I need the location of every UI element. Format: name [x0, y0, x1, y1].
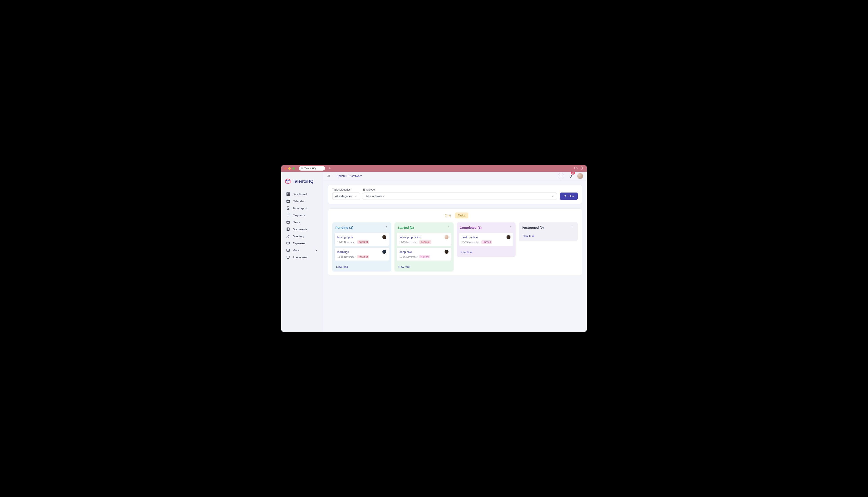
new-task-button[interactable]: New task — [332, 262, 391, 272]
svg-rect-4 — [287, 195, 288, 196]
task-card[interactable]: deep dive 10-16 November Planned — [397, 247, 451, 261]
brand-logo[interactable]: TalentoHQ — [284, 178, 320, 184]
main-content: Update HR software 19 Task — [323, 172, 587, 332]
news-icon — [286, 220, 290, 224]
sidebar-item-documents[interactable]: Documents — [284, 226, 320, 233]
svg-point-31 — [573, 228, 573, 228]
svg-point-18 — [561, 177, 561, 177]
assignee-avatar[interactable] — [382, 235, 386, 239]
task-card[interactable]: learnings 11-15 November Incidental — [334, 247, 389, 261]
card-icon — [286, 241, 290, 245]
task-card[interactable]: value proposition 11-15 November Inciden… — [397, 233, 451, 246]
task-tag: Planned — [481, 240, 492, 244]
user-avatar[interactable] — [577, 173, 583, 179]
new-task-button[interactable]: New task — [395, 262, 454, 272]
svg-point-27 — [510, 227, 511, 227]
sidebar-item-admin[interactable]: Admin area — [284, 254, 320, 261]
employee-label: Employee — [363, 188, 557, 191]
sidebar-item-time-report[interactable]: Time report — [284, 204, 320, 212]
new-task-button[interactable]: New task — [519, 232, 578, 241]
task-tag: Incidental — [419, 240, 431, 244]
task-card[interactable]: buying cycle 11-17 November Incidental — [334, 233, 389, 246]
sidebar-item-directory[interactable]: Directory — [284, 233, 320, 240]
breadcrumb-current: Update HR software — [336, 174, 362, 178]
board-columns: Pending (2) buying cycle — [332, 222, 578, 272]
notifications-button[interactable]: 19 — [567, 173, 574, 179]
task-dates: 10-16 November — [400, 256, 417, 258]
assignee-avatar[interactable] — [444, 235, 449, 239]
task-title: value proposition — [400, 236, 421, 239]
sidebar-item-expenses[interactable]: Expenses — [284, 240, 320, 247]
task-dates: 11-17 November — [337, 241, 355, 243]
cloud-icon[interactable] — [574, 166, 578, 171]
notifications-badge: 19 — [571, 172, 575, 174]
sidebar-item-label: Expenses — [293, 242, 305, 245]
trash-icon[interactable] — [580, 166, 584, 171]
sidebar-item-label: Dashboard — [293, 193, 307, 196]
column-completed: Completed (1) best practice — [457, 222, 516, 257]
sidebar-item-dashboard[interactable]: Dashboard — [284, 190, 320, 198]
topbar: Update HR software 19 — [323, 172, 587, 181]
dots-vertical-icon — [559, 174, 563, 178]
sidebar-item-calendar[interactable]: Calendar — [284, 198, 320, 204]
more-menu-button[interactable] — [558, 173, 564, 179]
search-icon — [563, 195, 566, 198]
task-card[interactable]: best practice 10-15 November Planned — [459, 233, 513, 246]
close-window-button[interactable] — [284, 167, 287, 170]
svg-rect-6 — [287, 200, 290, 203]
new-tab-button[interactable]: + — [327, 166, 332, 170]
shield-icon — [286, 255, 290, 259]
sidebar-item-label: Calendar — [293, 200, 304, 203]
minimize-window-button[interactable] — [288, 167, 291, 170]
filter-button[interactable]: Filter — [560, 193, 578, 200]
sidebar-item-requests[interactable]: Requests — [284, 212, 320, 219]
employee-select[interactable]: All employees — [363, 193, 557, 200]
svg-point-20 — [386, 226, 387, 227]
column-title: Postponed (0) — [522, 226, 544, 229]
svg-point-21 — [386, 227, 387, 227]
sidebar-item-label: News — [293, 221, 300, 224]
task-tag: Planned — [419, 255, 430, 258]
category-select[interactable]: All categories — [332, 193, 360, 200]
task-title: learnings — [337, 250, 349, 254]
svg-point-23 — [448, 226, 449, 227]
svg-rect-2 — [287, 193, 288, 194]
chevron-right-icon — [332, 174, 335, 178]
dots-vertical-icon — [385, 225, 388, 229]
assignee-avatar[interactable] — [507, 235, 510, 239]
chevron-down-icon — [355, 195, 357, 198]
documents-icon — [286, 227, 290, 231]
column-menu-button[interactable] — [571, 225, 575, 230]
sidebar-item-news[interactable]: News — [284, 219, 320, 226]
window-controls — [284, 167, 295, 170]
browser-tab[interactable]: TalentoHQ — [299, 166, 325, 171]
apps-icon[interactable] — [327, 174, 330, 178]
svg-rect-13 — [329, 175, 329, 175]
globe-icon — [301, 167, 303, 169]
svg-point-22 — [386, 228, 387, 228]
dots-vertical-icon — [571, 225, 575, 229]
assignee-avatar[interactable] — [382, 250, 386, 254]
maximize-window-button[interactable] — [292, 167, 295, 170]
assignee-avatar[interactable] — [444, 250, 449, 254]
chevron-right-icon — [314, 248, 318, 252]
app-window: TalentoHQ + TalentoHQ — [281, 165, 587, 332]
sidebar-item-label: Directory — [293, 235, 304, 238]
svg-point-28 — [510, 228, 511, 228]
board-panel: Chat Tasks Pending (2) — [328, 208, 582, 276]
task-dates: 11-15 November — [400, 241, 417, 243]
svg-point-17 — [561, 176, 561, 176]
bell-icon — [569, 174, 573, 178]
task-title: buying cycle — [337, 236, 353, 239]
column-menu-button[interactable] — [509, 225, 512, 230]
tab-chat[interactable]: Chat — [442, 213, 454, 218]
breadcrumb: Update HR software — [327, 174, 362, 178]
new-task-button[interactable]: New task — [457, 248, 516, 257]
sidebar-item-more[interactable]: More — [284, 247, 320, 254]
column-menu-button[interactable] — [447, 225, 451, 230]
sidebar-item-label: More — [293, 249, 299, 252]
sidebar-item-label: Time report — [293, 207, 307, 210]
column-menu-button[interactable] — [385, 225, 388, 230]
tab-tasks[interactable]: Tasks — [455, 213, 468, 218]
brand-text: TalentoHQ — [293, 179, 314, 184]
